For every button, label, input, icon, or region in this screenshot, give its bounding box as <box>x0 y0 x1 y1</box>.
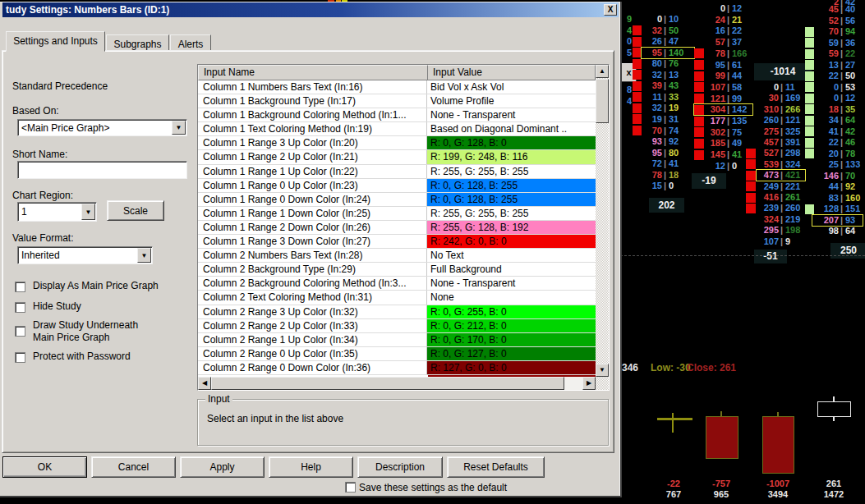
table-row[interactable]: Column 1 Background Type (In:17)Volume P… <box>198 94 596 108</box>
input-name-cell: Column 1 Range 0 Up Color (In:23) <box>198 179 427 192</box>
based-on-select[interactable]: <Main Price Graph> ▼ <box>17 119 187 136</box>
tab-settings-and-inputs[interactable]: Settings and Inputs <box>6 31 105 52</box>
scroll-up-icon[interactable]: ▲ <box>596 65 609 78</box>
table-row[interactable]: Column 2 Background Type (In:29)Full Bac… <box>198 263 596 277</box>
price-label: -51 <box>754 250 787 263</box>
candle-volume: 1472 <box>809 489 858 499</box>
table-row[interactable]: Column 1 Text Coloring Method (In:19)Bas… <box>198 122 596 136</box>
study-settings-dialog: tudy Settings: Numbers Bars (ID:1) X Set… <box>0 2 622 497</box>
col-header-input-name[interactable]: Input Name <box>198 65 428 80</box>
footprint-cell: 22|50 <box>807 71 865 81</box>
scroll-right-icon[interactable]: ▶ <box>582 377 596 390</box>
candle-delta: 261 <box>809 479 858 488</box>
footprint-cell: 95|61 <box>692 60 761 71</box>
table-row[interactable]: Column 2 Range 0 Down Color (In:36)R: 12… <box>198 361 596 375</box>
table-row[interactable]: Column 1 Range 3 Down Color (In:27)R: 24… <box>198 235 596 249</box>
footprint-cell: 80|76 <box>631 58 697 69</box>
input-value-cell: R: 255, G: 255, B: 255 <box>427 165 596 178</box>
inputs-table-header: Input Name Input Value <box>198 65 596 80</box>
input-name-cell: Column 1 Range 2 Down Color (In:26) <box>198 221 427 234</box>
description-button[interactable]: Description <box>357 456 443 478</box>
scroll-down-icon[interactable]: ▼ <box>596 364 609 377</box>
scale-button[interactable]: Scale <box>107 200 164 221</box>
horizontal-scroll-thumb[interactable] <box>211 377 564 390</box>
footprint-cell: 128|151 <box>807 204 865 214</box>
footprint-cell: 25|133 <box>807 159 865 170</box>
table-row[interactable]: Column 2 Numbers Bars Text (In:28)No Tex… <box>198 249 596 263</box>
input-value-cell: Bid Vol x Ask Vol <box>427 80 596 94</box>
table-row[interactable]: Column 1 Range 2 Up Color (In:21)R: 199,… <box>198 150 596 164</box>
close-button[interactable]: X <box>604 4 617 16</box>
footprint-cell: 539|324 <box>749 159 814 170</box>
value-format-select[interactable]: Inherited ▼ <box>17 246 153 264</box>
table-row[interactable]: Column 1 Background Coloring Method (In:… <box>198 108 596 122</box>
footprint-cell: 15|0 <box>631 181 697 191</box>
ok-button[interactable]: OK <box>2 456 87 478</box>
input-value-cell: R: 242, G: 0, B: 0 <box>427 235 596 248</box>
table-row[interactable]: Column 2 Range 1 Up Color (In:34)R: 0, G… <box>198 333 596 347</box>
table-row[interactable]: Column 1 Range 0 Down Color (In:24)R: 0,… <box>198 193 596 207</box>
footprint-cell: 18|35 <box>807 104 865 115</box>
chart-region-value: 1 <box>21 206 27 218</box>
table-row[interactable]: Column 1 Range 3 Up Color (In:20)R: 0, G… <box>198 136 596 150</box>
candle-body <box>706 416 738 459</box>
candle-delta: -1007 <box>753 479 803 488</box>
checkbox-hide-study[interactable] <box>15 302 25 313</box>
footprint-cell: 70|74 <box>631 126 697 136</box>
help-button[interactable]: Help <box>269 456 353 478</box>
footprint-cell: 34|64 <box>807 115 865 126</box>
candle-doji-line <box>657 418 692 420</box>
table-row[interactable]: Column 2 Range 3 Up Color (In:32)R: 0, G… <box>198 305 596 319</box>
footprint-cell: 59|36 <box>807 38 865 48</box>
apply-button[interactable]: Apply <box>180 456 265 478</box>
cancel-button[interactable]: Cancel <box>91 456 176 478</box>
dialog-titlebar[interactable]: tudy Settings: Numbers Bars (ID:1) X <box>2 2 619 17</box>
table-row[interactable]: Column 1 Range 1 Up Color (In:22)R: 255,… <box>198 165 596 179</box>
table-row[interactable]: Column 1 Range 2 Down Color (In:26)R: 25… <box>198 221 596 235</box>
price-label: -19 <box>692 173 726 189</box>
chevron-down-icon[interactable]: ▼ <box>172 121 186 135</box>
table-row[interactable]: Column 2 Range 2 Up Color (In:33)R: 0, G… <box>198 319 596 333</box>
short-name-input[interactable] <box>17 161 187 179</box>
table-row[interactable]: Column 2 Background Coloring Method (In:… <box>198 277 596 291</box>
footprint-cell: 78|166 <box>692 48 761 59</box>
footprint-cell: 0|53 <box>807 82 865 93</box>
footprint-cell: 83|160 <box>807 193 865 204</box>
input-value-cell: None - Transparent <box>427 108 596 121</box>
footprint-cell: 324|219 <box>749 214 814 225</box>
reset-defaults-button[interactable]: Reset Defaults <box>447 456 545 478</box>
scroll-left-icon[interactable]: ◀ <box>198 377 211 390</box>
status-text: 346 <box>622 362 638 373</box>
table-row[interactable]: Column 1 Range 1 Down Color (In:25)R: 25… <box>198 207 596 221</box>
table-row[interactable]: Column 1 Range 0 Up Color (In:23)R: 0, G… <box>198 179 596 193</box>
input-name-cell: Column 2 Text Coloring Method (In:31) <box>198 291 427 304</box>
footprint-cell: 22|46 <box>807 137 865 148</box>
checkbox-draw-study-underneath[interactable] <box>15 326 25 337</box>
table-row[interactable]: Column 2 Range 0 Up Color (In:35)R: 0, G… <box>198 347 596 361</box>
table-row[interactable]: Column 1 Numbers Bars Text (In:16)Bid Vo… <box>198 80 596 94</box>
checkbox-protect-with-password[interactable] <box>15 352 25 363</box>
vertical-scroll-thumb[interactable] <box>596 79 609 123</box>
tab-subgraphs[interactable]: Subgraphs <box>106 34 169 52</box>
input-name-cell: Column 1 Range 2 Up Color (In:21) <box>198 150 427 163</box>
chevron-down-icon[interactable]: ▼ <box>137 248 151 263</box>
chart-region-label: Chart Region: <box>12 190 73 201</box>
save-default-checkbox[interactable] <box>345 482 356 493</box>
footprint-cell: 70|94 <box>807 26 865 37</box>
dialog-title: tudy Settings: Numbers Bars (ID:1) <box>6 4 169 16</box>
checkbox-label: Draw Study Underneath <box>33 319 138 331</box>
input-name-cell: Column 2 Range 3 Up Color (In:32) <box>198 305 427 318</box>
footprint-cell: 72|41 <box>631 158 697 169</box>
checkbox-label: Protect with Password <box>33 351 131 362</box>
input-name-cell: Column 2 Numbers Bars Text (In:28) <box>198 249 427 262</box>
col-header-input-value[interactable]: Input Value <box>428 65 596 80</box>
checkbox-label: Display As Main Price Graph <box>33 280 159 291</box>
checkbox-display-as-main-price-graph[interactable] <box>15 282 25 292</box>
tab-alerts[interactable]: Alerts <box>170 34 211 52</box>
candle-delta: -757 <box>697 479 746 488</box>
chevron-down-icon[interactable]: ▼ <box>81 204 95 220</box>
chart-region-select[interactable]: 1 ▼ <box>17 202 97 222</box>
table-row[interactable]: Column 2 Text Coloring Method (In:31)Non… <box>198 291 596 305</box>
candle-wick <box>720 411 722 416</box>
scroll-track-gap[interactable] <box>564 377 582 390</box>
